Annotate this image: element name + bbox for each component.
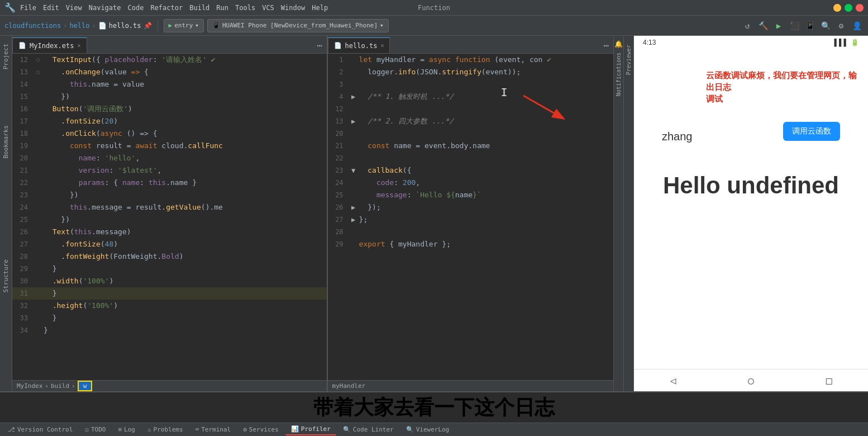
sidebar-tab-structure[interactable]: Structure bbox=[1, 256, 11, 296]
log-icon: ≡ bbox=[118, 426, 122, 433]
breadcrumb-file-icon: 📄 bbox=[98, 22, 107, 30]
phone-call-cloud-button[interactable]: 调用云函数 bbox=[783, 122, 840, 141]
bottom-tab-label-version-control: Version Control bbox=[17, 426, 73, 433]
left-code-lines: 12 ○ TextInput({ placeholder: '请输入姓名' ✔ … bbox=[12, 54, 327, 337]
device-selector[interactable]: 📱 HUAWEI Phone [NewDevice_from_Huawei_Ph… bbox=[207, 19, 389, 32]
phone-nav-bar: ◁ ○ □ bbox=[634, 369, 868, 391]
menu-window[interactable]: Window bbox=[281, 4, 305, 12]
account-icon[interactable]: 👤 bbox=[850, 19, 864, 32]
phone-name-display: zhang bbox=[662, 130, 693, 143]
left-tab-more[interactable]: ⋯ bbox=[312, 37, 327, 53]
breadcrumb: cloudfunctions › hello › 📄 hello.ts 📌 bbox=[4, 22, 152, 30]
phone-back-icon[interactable]: ◁ bbox=[670, 375, 676, 386]
phone-status-bar: 4:13 ▌▌▌ 🔋 bbox=[634, 36, 868, 49]
right-code-line-28: 28 bbox=[328, 226, 613, 238]
left-tab-myindex[interactable]: 📄 MyIndex.ets × bbox=[12, 37, 87, 53]
bottom-tab-services[interactable]: ⚙ Services bbox=[237, 424, 284, 435]
editors-split: 📄 MyIndex.ets × ⋯ 12 ○ TextInput({ place… bbox=[12, 36, 613, 391]
code-line-31: 31 } bbox=[12, 287, 327, 300]
refresh-icon[interactable]: ↺ bbox=[741, 19, 754, 32]
bottom-tab-terminal[interactable]: ⌨ Terminal bbox=[190, 424, 237, 435]
todo-icon: ☑ bbox=[85, 426, 89, 433]
right-code-line-29: 29 export { myHandler }; bbox=[328, 238, 613, 250]
phone-preview-panel: 4:13 ▌▌▌ 🔋 云函数调试麻烦，我们要在管理网页，输出日志 调试 zhan… bbox=[633, 36, 868, 391]
breadcrumb-hello[interactable]: hello bbox=[69, 22, 89, 30]
breadcrumb-hello-ts[interactable]: hello.ts bbox=[109, 22, 141, 30]
phone-hello-text: Hello undefined bbox=[663, 172, 839, 199]
code-line-14: 14 this.name = value bbox=[12, 78, 327, 91]
menu-vcs[interactable]: VCS bbox=[262, 4, 274, 12]
bottom-tab-log[interactable]: ≡ Log bbox=[112, 424, 141, 435]
breadcrumb-myhandler[interactable]: myHandler bbox=[332, 382, 366, 390]
notifications-bell-icon[interactable]: 🔔 bbox=[614, 40, 623, 48]
breadcrumb-pin-icon[interactable]: 📌 bbox=[144, 22, 152, 30]
close-button[interactable] bbox=[856, 4, 864, 12]
minimize-button[interactable] bbox=[833, 4, 841, 12]
code-line-23: 23 }) bbox=[12, 189, 327, 201]
version-control-icon: ⎇ bbox=[8, 426, 15, 433]
phone-preview-icon[interactable]: 📱 bbox=[803, 19, 817, 32]
bottom-tab-viewer-log[interactable]: 🔍 ViewerLog bbox=[400, 424, 455, 435]
settings-icon[interactable]: ⚙ bbox=[834, 19, 848, 32]
code-line-18: 18 .onClick(async () => { bbox=[12, 127, 327, 140]
left-tab-close[interactable]: × bbox=[77, 42, 80, 49]
previewer-label[interactable]: Previewer bbox=[626, 45, 632, 75]
menu-file[interactable]: File bbox=[20, 4, 36, 12]
chevron-down-icon: ▾ bbox=[195, 22, 199, 29]
phone-wifi-icon: ▌▌▌ bbox=[834, 39, 848, 46]
code-linter-icon: 🔍 bbox=[343, 426, 351, 433]
phone-home-icon[interactable]: ○ bbox=[748, 375, 754, 386]
code-line-28: 28 .fontWeight(FontWeight.Bold) bbox=[12, 250, 327, 263]
title-bar-menus: File Edit View Navigate Code Refactor Bu… bbox=[20, 4, 328, 12]
search-icon[interactable]: 🔍 bbox=[819, 19, 832, 32]
right-bottom-breadcrumb: myHandler bbox=[328, 380, 613, 391]
right-code-line-20: 20 bbox=[328, 127, 613, 140]
right-tab-close[interactable]: × bbox=[380, 42, 384, 49]
menu-navigate[interactable]: Navigate bbox=[89, 4, 121, 12]
bottom-tab-code-linter[interactable]: 🔍 Code Linter bbox=[337, 424, 399, 435]
sidebar-tab-project[interactable]: Project bbox=[1, 40, 11, 73]
maximize-button[interactable] bbox=[845, 4, 852, 12]
bottom-tab-version-control[interactable]: ⎇ Version Control bbox=[2, 424, 78, 435]
build-icon[interactable]: 🔨 bbox=[756, 19, 770, 32]
code-line-12: 12 ○ TextInput({ placeholder: '请输入姓名' ✔ bbox=[12, 54, 327, 66]
menu-run[interactable]: Run bbox=[216, 4, 228, 12]
bottom-tab-bar: ⎇ Version Control ☑ TODO ≡ Log ⚠ Problem… bbox=[0, 423, 868, 436]
right-code-line-2: 2 logger.info(JSON.stringify(event)); bbox=[328, 66, 613, 78]
breadcrumb-myindex[interactable]: MyIndex bbox=[17, 382, 42, 390]
menu-refactor[interactable]: Refactor bbox=[150, 4, 183, 12]
code-line-32: 32 .height('100%') bbox=[12, 300, 327, 312]
sidebar-tab-bookmarks[interactable]: Bookmarks bbox=[1, 122, 11, 162]
code-line-22: 22 params: { name: this.name } bbox=[12, 177, 327, 189]
code-line-25: 25 }) bbox=[12, 214, 327, 226]
run-config-selector[interactable]: ▶ entry ▾ bbox=[164, 19, 204, 32]
viewer-log-icon: 🔍 bbox=[406, 426, 414, 433]
right-code-line-27: 27 ▶ }; bbox=[328, 214, 613, 226]
breadcrumb-build[interactable]: build bbox=[51, 382, 69, 390]
menu-code[interactable]: Code bbox=[128, 4, 144, 12]
right-tab-hello[interactable]: 📄 hello.ts × bbox=[328, 37, 390, 53]
bottom-tab-todo[interactable]: ☑ TODO bbox=[79, 424, 111, 435]
menu-edit[interactable]: Edit bbox=[43, 4, 59, 12]
stop-icon[interactable]: ⬛ bbox=[788, 19, 801, 32]
right-code-line-23: 23 ▼ callback({ bbox=[328, 164, 613, 177]
bottom-overlay-text: 带着大家去看一下这个日志 bbox=[0, 392, 868, 423]
run-icon[interactable]: ▶ bbox=[772, 19, 785, 32]
menu-view[interactable]: View bbox=[66, 4, 82, 12]
phone-status-icons: ▌▌▌ 🔋 bbox=[834, 39, 859, 46]
phone-time: 4:13 bbox=[643, 39, 656, 46]
menu-build[interactable]: Build bbox=[189, 4, 209, 12]
right-code-line-22: 22 bbox=[328, 152, 613, 164]
window-controls bbox=[833, 4, 864, 12]
device-label: HUAWEI Phone [NewDevice_from_Huawei_Phon… bbox=[222, 22, 378, 29]
bottom-tab-profiler[interactable]: 📊 Profiler bbox=[285, 424, 336, 435]
phone-recents-icon[interactable]: □ bbox=[826, 375, 832, 386]
breadcrumb-cloudfunctions[interactable]: cloudfunctions bbox=[4, 22, 61, 30]
notifications-label[interactable]: Notifications bbox=[616, 53, 622, 96]
bottom-tab-problems[interactable]: ⚠ Problems bbox=[142, 424, 189, 435]
right-tab-more[interactable]: ⋯ bbox=[599, 37, 613, 53]
menu-tools[interactable]: Tools bbox=[235, 4, 255, 12]
menu-help[interactable]: Help bbox=[312, 4, 328, 12]
right-code-editor: I bbox=[328, 54, 613, 380]
code-line-29: 29 } bbox=[12, 263, 327, 275]
